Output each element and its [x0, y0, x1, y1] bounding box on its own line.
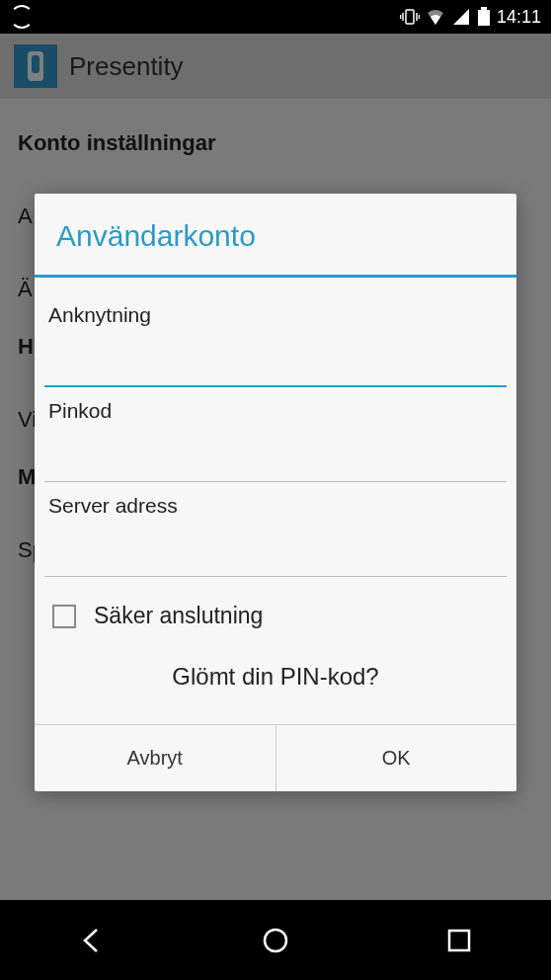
cancel-button[interactable]: Avbryt	[35, 725, 276, 791]
svg-rect-6	[481, 7, 487, 10]
recent-icon[interactable]	[444, 926, 474, 955]
dialog-title: Användarkonto	[35, 194, 516, 278]
status-bar: 14:11	[0, 0, 551, 34]
vibrate-icon	[400, 7, 420, 27]
dialog-buttons: Avbryt OK	[35, 724, 516, 791]
secure-label: Säker anslutning	[94, 603, 263, 629]
user-account-dialog: Användarkonto Anknytning Pinkod Server a…	[35, 194, 516, 791]
svg-point-9	[265, 930, 286, 951]
home-icon[interactable]	[261, 926, 290, 955]
svg-rect-5	[478, 10, 490, 26]
pin-label: Pinkod	[44, 399, 507, 423]
secure-checkbox[interactable]	[52, 605, 76, 628]
back-icon[interactable]	[77, 926, 107, 955]
wifi-icon	[426, 7, 445, 27]
status-left	[10, 5, 34, 29]
status-time: 14:11	[497, 7, 541, 28]
sync-icon	[10, 5, 34, 29]
secure-connection-row[interactable]: Säker anslutning	[44, 577, 507, 649]
svg-rect-10	[449, 931, 469, 950]
forgot-pin-link[interactable]: Glömt din PIN-kod?	[44, 649, 507, 714]
server-label: Server adress	[44, 494, 507, 518]
ok-button[interactable]: OK	[276, 725, 517, 791]
nav-bar	[0, 900, 551, 980]
status-right: 14:11	[400, 7, 541, 28]
signal-icon	[451, 7, 471, 27]
server-input[interactable]	[44, 541, 507, 577]
pin-input[interactable]	[44, 447, 507, 482]
modal-overlay: Användarkonto Anknytning Pinkod Server a…	[0, 34, 551, 900]
dialog-body: Anknytning Pinkod Server adress Säker an…	[35, 278, 516, 724]
svg-rect-0	[406, 10, 414, 24]
extension-label: Anknytning	[44, 303, 507, 327]
battery-icon	[477, 7, 491, 27]
extension-input[interactable]	[44, 351, 507, 387]
